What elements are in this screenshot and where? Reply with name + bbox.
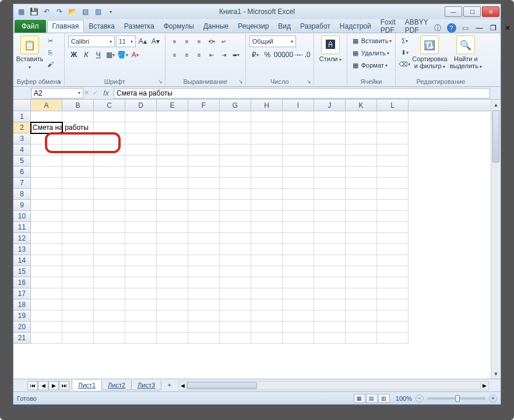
scroll-up-icon[interactable]: ▲	[491, 100, 501, 110]
cell-A14[interactable]	[31, 255, 62, 266]
cell-G19[interactable]	[220, 310, 251, 322]
cell-D21[interactable]	[125, 333, 157, 344]
horizontal-scrollbar[interactable]: ◀ ▶	[178, 381, 489, 390]
cell-D12[interactable]	[125, 233, 157, 244]
cell-G21[interactable]	[220, 333, 251, 344]
decrease-indent-icon[interactable]: ⇤	[206, 49, 217, 61]
tab-формулы[interactable]: Формулы	[159, 20, 199, 33]
cell-K2[interactable]	[346, 122, 377, 133]
zoom-level[interactable]: 100%	[396, 395, 412, 402]
cell-H17[interactable]	[251, 288, 283, 299]
cell-A5[interactable]	[31, 156, 62, 167]
row-header-16[interactable]: 16	[13, 277, 31, 288]
align-middle-icon[interactable]: ≡	[181, 36, 193, 47]
cell-I4[interactable]	[283, 144, 314, 156]
cell-F11[interactable]	[188, 222, 220, 233]
cell-I3[interactable]	[283, 133, 314, 144]
new-sheet-icon[interactable]: ✦	[163, 381, 175, 390]
cell-I10[interactable]	[283, 211, 314, 222]
cell-D9[interactable]	[125, 200, 157, 211]
cell-K4[interactable]	[346, 144, 377, 156]
cell-I11[interactable]	[283, 222, 314, 233]
tab-главная[interactable]: Главная	[47, 20, 85, 33]
cell-L8[interactable]	[377, 189, 409, 200]
cell-B11[interactable]	[62, 222, 94, 233]
clear-icon[interactable]: ⌫▾	[399, 59, 410, 69]
workbook-minimize-icon[interactable]: —	[475, 23, 484, 33]
row-header-8[interactable]: 8	[13, 189, 31, 200]
styles-button[interactable]: 🅰 Стили ▾	[318, 36, 343, 63]
cell-J16[interactable]	[314, 277, 346, 288]
cell-E15[interactable]	[157, 266, 188, 277]
cell-D1[interactable]	[125, 111, 157, 122]
cell-E3[interactable]	[157, 133, 188, 144]
cell-K1[interactable]	[346, 111, 377, 122]
cell-C2[interactable]	[94, 122, 125, 133]
scroll-left-icon[interactable]: ◀	[179, 382, 187, 390]
cell-E12[interactable]	[157, 233, 188, 244]
cell-B1[interactable]	[62, 111, 94, 122]
cell-J8[interactable]	[314, 189, 346, 200]
cell-A21[interactable]	[31, 333, 62, 344]
cell-I7[interactable]	[283, 178, 314, 189]
sheet-nav-last-icon[interactable]: ⏭	[59, 381, 69, 390]
cell-C3[interactable]	[94, 133, 125, 144]
cell-E17[interactable]	[157, 288, 188, 299]
cell-H9[interactable]	[251, 200, 283, 211]
cell-G10[interactable]	[220, 211, 251, 222]
cell-E4[interactable]	[157, 144, 188, 156]
cell-C20[interactable]	[94, 322, 125, 333]
row-header-12[interactable]: 12	[13, 233, 31, 244]
cell-B21[interactable]	[62, 333, 94, 344]
cell-J3[interactable]	[314, 133, 346, 144]
cell-B13[interactable]	[62, 244, 94, 255]
cell-I13[interactable]	[283, 244, 314, 255]
cell-A9[interactable]	[31, 200, 62, 211]
col-header-I[interactable]: I	[283, 100, 314, 111]
tab-abbyy pdf[interactable]: ABBYY PDF	[400, 20, 433, 33]
cell-C8[interactable]	[94, 189, 125, 200]
cell-F13[interactable]	[188, 244, 220, 255]
cell-J14[interactable]	[314, 255, 346, 266]
cell-C21[interactable]	[94, 333, 125, 344]
cell-B5[interactable]	[62, 156, 94, 167]
cell-F9[interactable]	[188, 200, 220, 211]
cell-G11[interactable]	[220, 222, 251, 233]
cell-G5[interactable]	[220, 156, 251, 167]
cell-J9[interactable]	[314, 200, 346, 211]
col-header-J[interactable]: J	[314, 100, 346, 111]
cell-J2[interactable]	[314, 122, 346, 133]
cell-L7[interactable]	[377, 178, 409, 189]
cell-B18[interactable]	[62, 299, 94, 310]
align-right-icon[interactable]: ≡	[193, 49, 205, 61]
cell-J11[interactable]	[314, 222, 346, 233]
zoom-knob[interactable]	[455, 395, 460, 402]
maximize-button[interactable]: ☐	[463, 6, 481, 17]
col-header-H[interactable]: H	[251, 100, 283, 111]
cell-L1[interactable]	[377, 111, 409, 122]
cell-E21[interactable]	[157, 333, 188, 344]
cell-A3[interactable]	[31, 133, 62, 144]
select-all-corner[interactable]	[13, 100, 31, 111]
cell-F10[interactable]	[188, 211, 220, 222]
cell-E2[interactable]	[157, 122, 188, 133]
cell-B7[interactable]	[62, 178, 94, 189]
row-header-10[interactable]: 10	[13, 211, 31, 222]
cell-F1[interactable]	[188, 111, 220, 122]
cell-L15[interactable]	[377, 266, 409, 277]
row-header-18[interactable]: 18	[13, 299, 31, 310]
cell-C16[interactable]	[94, 277, 125, 288]
cell-C19[interactable]	[94, 310, 125, 322]
insert-cells-button[interactable]: ▦Вставить ▾	[351, 36, 392, 46]
col-header-F[interactable]: F	[188, 100, 220, 111]
number-format-combo[interactable]: Общий▾	[249, 36, 296, 47]
cell-G12[interactable]	[220, 233, 251, 244]
cell-J15[interactable]	[314, 266, 346, 277]
cell-J7[interactable]	[314, 178, 346, 189]
row-header-1[interactable]: 1	[13, 111, 31, 122]
cell-C18[interactable]	[94, 299, 125, 310]
cell-C5[interactable]	[94, 156, 125, 167]
cell-J21[interactable]	[314, 333, 346, 344]
cell-A1[interactable]	[31, 111, 62, 122]
cell-D8[interactable]	[125, 189, 157, 200]
